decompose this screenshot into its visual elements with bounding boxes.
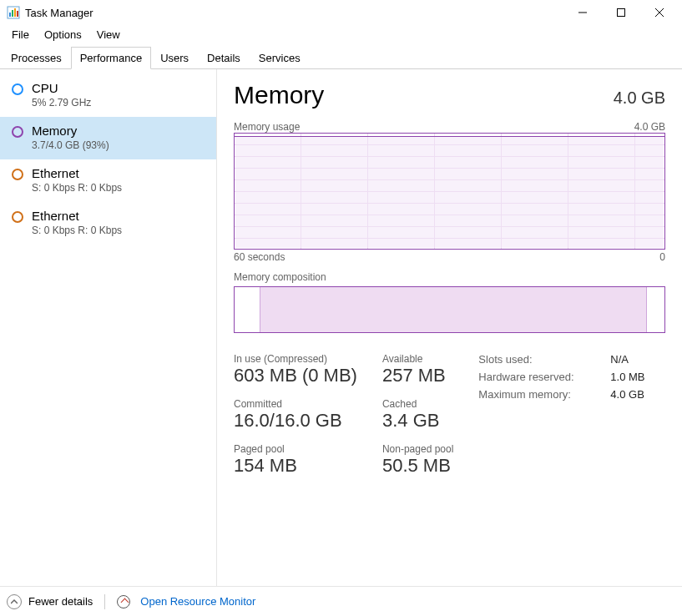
max-mem-label: Maximum memory: (478, 388, 595, 401)
comp-seg-free (647, 287, 664, 332)
slots-value: N/A (610, 353, 629, 366)
fewer-details-icon[interactable] (7, 594, 22, 609)
sidebar-item-sub: 5% 2.79 GHz (32, 97, 91, 109)
max-mem-value: 4.0 GB (610, 388, 644, 401)
sidebar-item-ethernet-1[interactable]: Ethernet S: 0 Kbps R: 0 Kbps (0, 159, 216, 202)
tab-services[interactable]: Services (250, 47, 310, 69)
stat-committed-value: 16.0/16.0 GB (234, 410, 357, 432)
comp-chart-labels: Memory composition (234, 271, 665, 283)
tab-details[interactable]: Details (198, 47, 250, 69)
usage-chart-max: 4.0 GB (634, 121, 665, 133)
stat-available-value: 257 MB (382, 365, 453, 386)
slots-label: Slots used: (478, 353, 595, 366)
usage-chart-line (235, 136, 664, 137)
stat-paged-value: 154 MB (234, 455, 357, 477)
footer-divider (104, 594, 105, 609)
sidebar-item-sub: S: 0 Kbps R: 0 Kbps (32, 182, 122, 194)
fewer-details-link[interactable]: Fewer details (28, 595, 93, 608)
menu-options[interactable]: Options (38, 27, 88, 43)
stats-area: In use (Compressed) 603 MB (0 MB) Availa… (234, 353, 665, 488)
ring-icon (12, 211, 23, 223)
resource-monitor-icon[interactable] (117, 595, 130, 608)
sidebar-item-title: Ethernet (32, 209, 122, 223)
title-bar: Task Manager (0, 0, 682, 25)
ring-icon (12, 83, 23, 95)
memory-capacity: 4.0 GB (614, 88, 665, 108)
sidebar-item-memory[interactable]: Memory 3.7/4.0 GB (93%) (0, 117, 216, 159)
comp-seg-inuse (260, 287, 648, 332)
svg-rect-6 (618, 9, 625, 17)
tab-bar: Processes Performance Users Details Serv… (0, 46, 682, 69)
stat-paged-label: Paged pool (234, 443, 357, 455)
hw-reserved-value: 1.0 MB (610, 371, 644, 383)
stat-nonpaged-label: Non-paged pool (382, 443, 453, 455)
main-panel: Memory 4.0 GB Memory usage 4.0 GB 60 sec… (217, 69, 682, 586)
svg-rect-4 (17, 11, 18, 17)
sidebar-item-sub: 3.7/4.0 GB (93%) (32, 139, 109, 151)
usage-chart-title: Memory usage (234, 121, 300, 133)
tab-users[interactable]: Users (151, 47, 198, 69)
stat-committed-label: Committed (234, 398, 357, 410)
ring-icon (12, 169, 23, 180)
time-axis-right: 0 (659, 251, 665, 263)
comp-chart-title: Memory composition (234, 271, 326, 283)
stats-left: In use (Compressed) 603 MB (0 MB) Availa… (234, 353, 453, 488)
close-button[interactable] (640, 0, 679, 25)
minimize-button[interactable] (563, 0, 602, 25)
tab-performance[interactable]: Performance (71, 47, 151, 69)
sidebar-item-cpu[interactable]: CPU 5% 2.79 GHz (0, 74, 216, 117)
menu-file[interactable]: File (5, 27, 36, 43)
maximize-button[interactable] (602, 0, 640, 25)
sidebar-item-title: CPU (32, 81, 91, 95)
menu-view[interactable]: View (90, 27, 127, 43)
open-resource-monitor-link[interactable]: Open Resource Monitor (140, 595, 255, 608)
ring-icon (12, 126, 23, 138)
hw-reserved-label: Hardware reserved: (478, 371, 595, 383)
sidebar-item-title: Memory (32, 124, 109, 138)
stat-available-label: Available (382, 353, 453, 365)
time-axis-left: 60 seconds (234, 251, 285, 263)
stat-inuse-label: In use (Compressed) (234, 353, 357, 365)
svg-rect-1 (9, 13, 11, 17)
usage-chart-time-axis: 60 seconds 0 (234, 251, 665, 263)
stat-cached-label: Cached (382, 398, 453, 410)
menu-bar: File Options View (0, 25, 682, 46)
usage-chart-fill (235, 136, 664, 248)
sidebar-item-ethernet-2[interactable]: Ethernet S: 0 Kbps R: 0 Kbps (0, 202, 216, 245)
sidebar-item-title: Ethernet (32, 166, 122, 180)
main-header: Memory 4.0 GB (234, 81, 665, 109)
svg-rect-2 (12, 10, 13, 17)
tab-processes[interactable]: Processes (2, 47, 71, 69)
stat-nonpaged-value: 50.5 MB (382, 455, 453, 477)
sidebar: CPU 5% 2.79 GHz Memory 3.7/4.0 GB (93%) … (0, 69, 217, 586)
window-title: Task Manager (25, 7, 93, 19)
comp-seg-reserved (235, 287, 260, 332)
app-icon (7, 6, 20, 19)
memory-composition-chart[interactable] (234, 286, 665, 333)
stat-cached-value: 3.4 GB (382, 410, 453, 432)
stats-right: Slots used: N/A Hardware reserved: 1.0 M… (478, 353, 644, 488)
svg-rect-3 (14, 8, 16, 17)
memory-usage-chart[interactable] (234, 133, 665, 250)
content-area: CPU 5% 2.79 GHz Memory 3.7/4.0 GB (93%) … (0, 69, 682, 586)
stat-inuse-value: 603 MB (0 MB) (234, 365, 357, 386)
footer-bar: Fewer details Open Resource Monitor (0, 586, 682, 616)
sidebar-item-sub: S: 0 Kbps R: 0 Kbps (32, 225, 122, 236)
usage-chart-labels: Memory usage 4.0 GB (234, 121, 665, 133)
page-title: Memory (234, 81, 324, 109)
